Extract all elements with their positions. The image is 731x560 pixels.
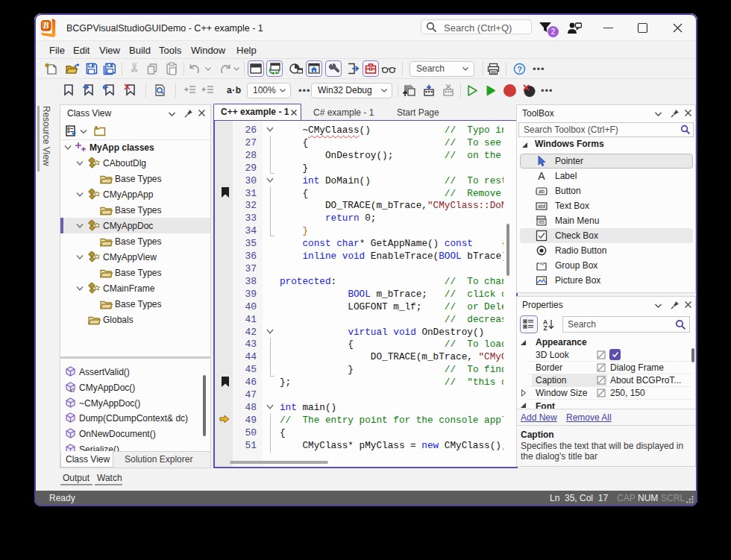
svg-text:ab: ab xyxy=(539,189,545,194)
svg-text:A: A xyxy=(538,170,545,182)
svg-text:?: ? xyxy=(517,65,522,74)
svg-text:Z: Z xyxy=(543,324,547,331)
svg-text:xy: xy xyxy=(540,261,545,265)
svg-text:ab: ab xyxy=(538,204,544,209)
svg-text:B: B xyxy=(43,21,49,31)
